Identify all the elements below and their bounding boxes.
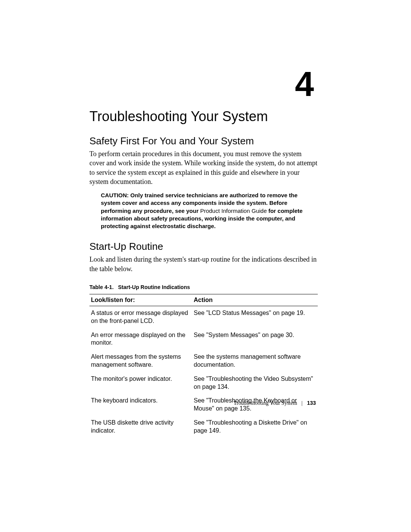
cell-look: A status or error message displayed on t… (89, 306, 192, 328)
caution-guide-name: Product Information Guide (200, 208, 267, 214)
footer-separator: | (301, 400, 303, 406)
section-heading-safety: Safety First For You and Your System (89, 135, 318, 147)
table-header-row: Look/listen for: Action (89, 294, 318, 306)
document-page: 4 Troubleshooting Your System Safety Fir… (0, 0, 411, 532)
paragraph-safety: To perform certain procedures in this do… (89, 149, 318, 186)
table-row: A status or error message displayed on t… (89, 306, 318, 328)
cell-action: See the systems management software docu… (192, 350, 318, 372)
chapter-number: 4 (295, 65, 314, 104)
caution-label: CAUTION: (101, 192, 129, 198)
table-caption: Table 4-1. Start-Up Routine Indications (89, 284, 318, 290)
cell-action: See "Troubleshooting a Diskette Drive" o… (192, 416, 318, 438)
table-row: Alert messages from the systems manageme… (89, 350, 318, 372)
cell-look: The monitor's power indicator. (89, 372, 192, 394)
paragraph-startup: Look and listen during the system's star… (89, 255, 318, 273)
cell-action: See "Troubleshooting the Video Subsystem… (192, 372, 318, 394)
table-caption-prefix: Table 4-1. (89, 284, 114, 290)
caution-block: CAUTION: Only trained service technician… (101, 192, 318, 230)
chapter-title: Troubleshooting Your System (89, 109, 318, 125)
cell-action: See "LCD Status Messages" on page 19. (192, 306, 318, 328)
table-caption-title: Start-Up Routine Indications (118, 284, 190, 290)
cell-look: An error message displayed on the monito… (89, 328, 192, 350)
col-header-look: Look/listen for: (89, 294, 192, 306)
table-row: The USB diskette drive activity indicato… (89, 416, 318, 438)
col-header-action: Action (192, 294, 318, 306)
indications-table: Look/listen for: Action A status or erro… (89, 294, 318, 438)
footer-title: Troubleshooting Your System (234, 400, 297, 406)
section-heading-startup: Start-Up Routine (89, 241, 318, 252)
cell-look: Alert messages from the systems manageme… (89, 350, 192, 372)
footer-page-number: 133 (307, 400, 316, 406)
cell-look: The keyboard indicators. (89, 394, 192, 416)
cell-action: See "System Messages" on page 30. (192, 328, 318, 350)
cell-look: The USB diskette drive activity indicato… (89, 416, 192, 438)
table-row: The monitor's power indicator. See "Trou… (89, 372, 318, 394)
page-footer: Troubleshooting Your System | 133 (234, 400, 316, 406)
table-row: An error message displayed on the monito… (89, 328, 318, 350)
